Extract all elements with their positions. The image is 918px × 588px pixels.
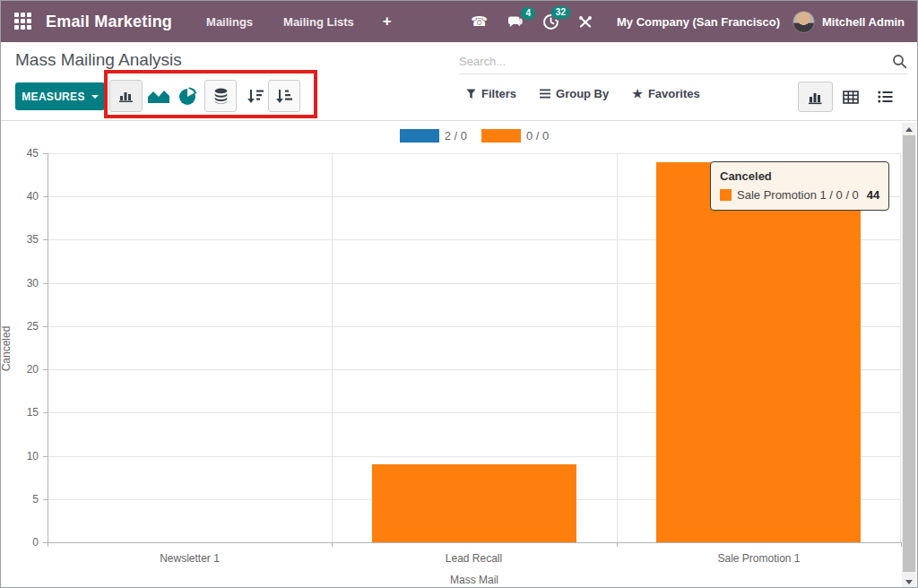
user-avatar[interactable] <box>792 11 815 33</box>
search-bar <box>459 49 907 74</box>
phone-icon[interactable]: ☎ <box>461 8 498 35</box>
x-category-label: Sale Promotion 1 <box>617 552 901 565</box>
scroll-down-arrow[interactable] <box>902 575 916 588</box>
control-panel: Mass Mailing Analysis MEASURES <box>1 42 917 121</box>
v-gridline <box>900 153 901 542</box>
x-axis-line <box>48 542 901 543</box>
x-axis-title: Mass Mail <box>48 574 901 586</box>
tooltip-value: 44 <box>867 188 879 202</box>
tooltip-series-label: Sale Promotion 1 / 0 / 0 <box>737 188 859 202</box>
list-view-button[interactable] <box>868 82 903 112</box>
y-tick-label: 0 <box>3 536 39 549</box>
x-tick-mark <box>617 542 618 547</box>
sort-descending-button[interactable] <box>242 84 269 108</box>
company-switcher[interactable]: My Company (San Francisco) <box>617 15 780 29</box>
tooltip-title: Canceled <box>720 169 879 183</box>
search-filter-menus: Filters Group By ★ Favorites <box>466 87 700 100</box>
list-icon <box>878 91 893 103</box>
vertical-scrollbar[interactable] <box>902 123 916 588</box>
area-chart-icon <box>147 88 170 104</box>
sort-amount-asc-icon <box>275 89 293 104</box>
chart-tooltip: Canceled Sale Promotion 1 / 0 / 0 44 <box>710 161 889 211</box>
scrollbar-thumb[interactable] <box>903 135 915 572</box>
bar[interactable] <box>372 464 576 542</box>
nav-item-mailings[interactable]: Mailings <box>206 15 253 29</box>
activities-icon[interactable]: 32 <box>533 9 568 35</box>
x-category-label: Lead Recall <box>332 552 616 565</box>
user-menu[interactable]: Mitchell Admin <box>822 15 905 29</box>
x-tick-mark <box>48 542 48 547</box>
h-gridline <box>48 153 901 154</box>
pie-chart-mode-button[interactable] <box>175 85 200 107</box>
nav-plus-button[interactable]: + <box>383 13 392 30</box>
bar-chart-icon <box>118 89 134 103</box>
group-by-menu[interactable]: Group By <box>540 87 609 100</box>
sort-ascending-button[interactable] <box>268 80 300 112</box>
tooltip-row: Sale Promotion 1 / 0 / 0 44 <box>720 188 879 202</box>
chart-area: 2 / 00 / 0 051015202530354045Newsletter … <box>1 121 918 588</box>
y-tick-label: 10 <box>3 450 39 463</box>
pie-chart-icon <box>178 87 197 106</box>
odoo-window: Email Marketing Mailings Mailing Lists +… <box>0 0 918 588</box>
y-tick-label: 45 <box>3 147 39 160</box>
wrench-screwdriver-icon <box>578 15 593 29</box>
funnel-icon <box>466 89 476 99</box>
graph-view-button[interactable] <box>798 82 833 112</box>
database-icon <box>213 88 229 104</box>
y-tick-label: 15 <box>3 406 39 419</box>
x-category-label: Newsletter 1 <box>48 552 332 565</box>
search-icon[interactable] <box>892 54 907 69</box>
chevron-down-icon <box>91 95 99 99</box>
debug-tools-icon[interactable] <box>568 10 602 34</box>
nav-item-mailing-lists[interactable]: Mailing Lists <box>283 15 354 29</box>
group-by-icon <box>540 89 550 99</box>
messages-icon[interactable]: 4 <box>498 10 533 34</box>
pivot-table-icon <box>843 91 859 104</box>
v-gridline <box>617 153 618 542</box>
pivot-view-button[interactable] <box>833 82 868 112</box>
apps-menu-icon[interactable] <box>14 13 32 30</box>
stacked-mode-button[interactable] <box>204 80 237 112</box>
page-title: Mass Mailing Analysis <box>15 50 182 70</box>
bar-chart-mode-button[interactable] <box>109 80 143 112</box>
favorites-menu[interactable]: ★ Favorites <box>632 87 699 100</box>
y-tick-label: 30 <box>3 277 39 290</box>
app-name[interactable]: Email Marketing <box>46 13 172 31</box>
v-gridline <box>332 153 333 542</box>
star-icon: ★ <box>632 88 643 99</box>
filters-menu[interactable]: Filters <box>466 87 516 100</box>
y-tick-label: 40 <box>3 190 39 203</box>
bar[interactable] <box>656 162 861 542</box>
y-tick-label: 5 <box>3 493 39 506</box>
scroll-up-arrow[interactable] <box>902 123 916 135</box>
navbar-systray: ☎ 4 32 <box>461 8 917 35</box>
sort-amount-desc-icon <box>247 89 264 104</box>
bar-chart-icon <box>807 90 824 105</box>
tooltip-series-swatch <box>720 189 732 201</box>
y-axis-title: Canceled <box>0 320 13 377</box>
measures-button[interactable]: MEASURES <box>15 82 105 110</box>
top-navbar: Email Marketing Mailings Mailing Lists +… <box>1 1 917 42</box>
y-tick-label: 35 <box>3 233 39 246</box>
view-switcher <box>798 82 903 112</box>
x-tick-mark <box>332 542 333 547</box>
line-chart-mode-button[interactable] <box>145 85 172 107</box>
y-axis-line <box>48 153 48 542</box>
search-input[interactable] <box>459 55 892 68</box>
activities-badge: 32 <box>551 6 570 19</box>
